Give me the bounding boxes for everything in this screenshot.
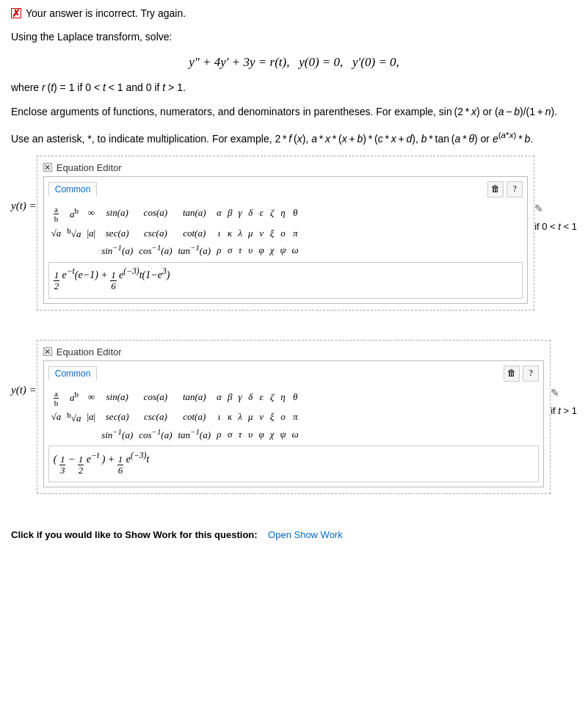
btn2-tau[interactable]: τ — [235, 426, 245, 443]
btn2-psi[interactable]: ψ — [277, 426, 288, 443]
btn-chi[interactable]: χ — [267, 241, 277, 258]
btn-cot[interactable]: cot(a) — [175, 225, 214, 241]
btn-theta[interactable]: θ — [289, 202, 302, 225]
editor2-edit-icon[interactable]: ✎ — [551, 387, 559, 399]
btn2-gamma[interactable]: γ — [235, 386, 245, 409]
btn-omega[interactable]: ω — [289, 241, 302, 258]
btn2-lambda[interactable]: λ — [235, 409, 245, 426]
btn-kappa[interactable]: κ — [225, 225, 235, 241]
btn2-arctan[interactable]: tan−1(a) — [175, 426, 214, 443]
editor2-common-tab[interactable]: Common — [48, 366, 98, 380]
btn2-sqrt[interactable]: √a — [48, 409, 65, 426]
btn-sigma[interactable]: σ — [225, 241, 235, 258]
editor2-close-btn[interactable]: ✕ — [43, 347, 52, 356]
btn-tan[interactable]: tan(a) — [175, 202, 214, 225]
editor2-container: ✕ Equation Editor Common 🗑 ? ab — [37, 340, 551, 509]
btn2-pi[interactable]: π — [289, 409, 302, 426]
editor1-edit-icon[interactable]: ✎ — [534, 203, 543, 215]
editor1-title: Equation Editor — [57, 162, 122, 173]
btn2-sec[interactable]: sec(a) — [98, 409, 136, 426]
btn-abs[interactable]: |a| — [84, 225, 98, 241]
show-work-link[interactable]: Open Show Work — [268, 529, 343, 540]
btn2-epsilon[interactable]: ε — [256, 386, 267, 409]
btn-omicron[interactable]: o — [277, 225, 288, 241]
btn-infinity[interactable]: ∞ — [84, 202, 98, 225]
btn-eta[interactable]: η — [277, 202, 288, 225]
btn-power[interactable]: ab — [64, 202, 84, 225]
show-work-bar: Click if you would like to Show Work for… — [11, 523, 577, 540]
editor2-help-btn[interactable]: ? — [523, 366, 539, 382]
btn2-omicron[interactable]: o — [277, 409, 288, 426]
btn-xi[interactable]: ξ — [267, 225, 277, 241]
btn-arcsin[interactable]: sin−1(a) — [98, 241, 136, 258]
btn2-delta[interactable]: δ — [245, 386, 256, 409]
btn2-theta[interactable]: θ — [289, 386, 302, 409]
editor1-clear-btn[interactable]: 🗑 — [487, 181, 504, 197]
btn2-abs[interactable]: |a| — [84, 409, 98, 426]
btn-tau[interactable]: τ — [235, 241, 245, 258]
main-equation-display: y″ + 4y′ + 3y = r(t), y(0) = 0, y′(0) = … — [11, 55, 577, 70]
editor1-help-btn[interactable]: ? — [507, 181, 523, 197]
btn2-upsilon[interactable]: υ — [245, 426, 256, 443]
btn2-rho[interactable]: ρ — [214, 426, 225, 443]
btn-arccos[interactable]: cos−1(a) — [136, 241, 175, 258]
btn-psi[interactable]: ψ — [277, 241, 288, 258]
btn2-cos[interactable]: cos(a) — [136, 386, 175, 409]
btn-beta[interactable]: β — [225, 202, 235, 225]
btn-mu[interactable]: μ — [245, 225, 256, 241]
btn2-infinity[interactable]: ∞ — [84, 386, 98, 409]
editor1-close-btn[interactable]: ✕ — [43, 163, 52, 172]
btn2-nu[interactable]: ν — [256, 409, 267, 426]
btn2-sin[interactable]: sin(a) — [98, 386, 136, 409]
editor2-title: Equation Editor — [57, 346, 122, 357]
btn2-zeta[interactable]: ζ — [267, 386, 277, 409]
btn-iota[interactable]: ι — [214, 225, 225, 241]
btn-alpha[interactable]: α — [214, 202, 225, 225]
editor2-clear-btn[interactable]: 🗑 — [504, 366, 520, 382]
btn-lambda[interactable]: λ — [235, 225, 245, 241]
editor1-common-tab[interactable]: Common — [48, 182, 98, 196]
btn2-cot[interactable]: cot(a) — [175, 409, 214, 426]
btn-arctan[interactable]: tan−1(a) — [175, 241, 214, 258]
btn-sqrt[interactable]: √a — [48, 225, 65, 241]
btn-epsilon[interactable]: ε — [256, 202, 267, 225]
editor1-input[interactable]: 12 e−t(e−1) + 16 e(−3)t(1−e3) — [48, 262, 523, 299]
btn-sec[interactable]: sec(a) — [98, 225, 136, 241]
btn2-phi[interactable]: φ — [256, 426, 267, 443]
btn2-mu[interactable]: μ — [245, 409, 256, 426]
editor2-input[interactable]: ( 13 − 12 e−t ) + 16 e(−3)t — [48, 446, 539, 482]
btn-nthroot[interactable]: b√a — [64, 225, 84, 241]
btn2-csc[interactable]: csc(a) — [136, 409, 175, 426]
btn-sin[interactable]: sin(a) — [98, 202, 136, 225]
btn2-eta[interactable]: η — [277, 386, 288, 409]
btn2-power[interactable]: ab — [64, 386, 84, 409]
btn2-sigma[interactable]: σ — [225, 426, 235, 443]
btn-cos[interactable]: cos(a) — [136, 202, 175, 225]
btn2-xi[interactable]: ξ — [267, 409, 277, 426]
btn2-fraction[interactable]: ab — [48, 386, 65, 409]
btn2-arccos[interactable]: cos−1(a) — [136, 426, 175, 443]
btn-phi[interactable]: φ — [256, 241, 267, 258]
btn2-arcsin[interactable]: sin−1(a) — [98, 426, 136, 443]
btn2-chi[interactable]: χ — [267, 426, 277, 443]
btn2-alpha[interactable]: α — [214, 386, 225, 409]
instruction-4: Use an asterisk, *, to indicate multipli… — [11, 128, 577, 147]
btn2-iota[interactable]: ι — [214, 409, 225, 426]
btn-rho[interactable]: ρ — [214, 241, 225, 258]
btn-fraction[interactable]: ab — [48, 202, 65, 225]
btn2-tan[interactable]: tan(a) — [175, 386, 214, 409]
editor1-container: ✕ Equation Editor Common 🗑 ? ab — [37, 156, 534, 325]
editor2-math-buttons: ab ab ∞ sin(a) cos(a) tan(a) α β γ δ ε ζ… — [48, 386, 302, 443]
btn-nu[interactable]: ν — [256, 225, 267, 241]
btn-upsilon[interactable]: υ — [245, 241, 256, 258]
btn-pi[interactable]: π — [289, 225, 302, 241]
btn-delta[interactable]: δ — [245, 202, 256, 225]
btn2-omega[interactable]: ω — [289, 426, 302, 443]
editor2-y-label: y(t) = — [11, 340, 37, 396]
btn-csc[interactable]: csc(a) — [136, 225, 175, 241]
btn2-nthroot[interactable]: b√a — [64, 409, 84, 426]
btn-zeta[interactable]: ζ — [267, 202, 277, 225]
btn2-beta[interactable]: β — [225, 386, 235, 409]
btn2-kappa[interactable]: κ — [225, 409, 235, 426]
btn-gamma[interactable]: γ — [235, 202, 245, 225]
